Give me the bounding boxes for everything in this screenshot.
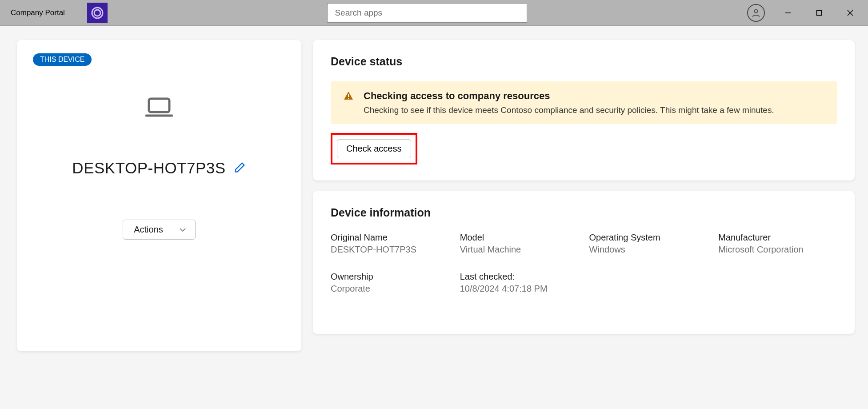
- person-icon: [751, 8, 761, 18]
- info-label: Operating System: [589, 233, 708, 243]
- svg-rect-9: [348, 94, 349, 97]
- check-access-highlight: Check access: [331, 133, 417, 164]
- search-input[interactable]: [327, 3, 527, 23]
- svg-point-2: [754, 9, 757, 12]
- svg-rect-7: [149, 99, 169, 112]
- info-value: Windows: [589, 245, 708, 255]
- content-area: THIS DEVICE DESKTOP-HOT7P3S Actions: [0, 26, 868, 365]
- info-value: Virtual Machine: [460, 245, 579, 255]
- info-field: Ownership Corporate: [331, 272, 449, 294]
- info-value: DESKTOP-HOT7P3S: [331, 245, 449, 255]
- info-value: 10/8/2024 4:07:18 PM: [460, 284, 579, 294]
- device-status-card: Device status Checking access to company…: [313, 40, 855, 180]
- titlebar: Company Portal: [0, 0, 868, 26]
- actions-dropdown[interactable]: Actions: [123, 220, 196, 240]
- info-value: Microsoft Corporation: [718, 245, 837, 255]
- info-label: Ownership: [331, 272, 449, 282]
- info-label: Manufacturer: [718, 233, 837, 243]
- info-field: Original Name DESKTOP-HOT7P3S: [331, 233, 449, 255]
- portal-logo-icon: [90, 6, 104, 20]
- svg-rect-4: [817, 10, 822, 15]
- this-device-badge: THIS DEVICE: [33, 53, 92, 66]
- app-title: Company Portal: [11, 8, 65, 17]
- laptop-icon: [145, 97, 173, 117]
- check-access-button[interactable]: Check access: [337, 139, 411, 158]
- warning-icon: [343, 90, 354, 103]
- minimize-button[interactable]: [780, 5, 796, 21]
- svg-point-1: [94, 10, 100, 16]
- close-button[interactable]: [842, 5, 858, 21]
- maximize-icon: [816, 10, 822, 16]
- close-icon: [847, 10, 853, 16]
- minimize-icon: [785, 10, 791, 16]
- info-label: Original Name: [331, 233, 449, 243]
- device-status-title: Device status: [331, 55, 837, 68]
- info-label: Last checked:: [460, 272, 579, 282]
- device-information-card: Device information Original Name DESKTOP…: [313, 191, 855, 334]
- rename-button[interactable]: [234, 161, 246, 175]
- chevron-down-icon: [179, 228, 186, 232]
- banner-title: Checking access to company resources: [364, 90, 774, 102]
- info-value: Corporate: [331, 284, 449, 294]
- device-information-title: Device information: [331, 206, 837, 219]
- maximize-button[interactable]: [811, 5, 827, 21]
- device-summary-card: THIS DEVICE DESKTOP-HOT7P3S Actions: [17, 40, 301, 351]
- banner-subtitle: Checking to see if this device meets Con…: [364, 105, 774, 115]
- actions-label: Actions: [134, 225, 163, 235]
- info-field: Operating System Windows: [589, 233, 708, 255]
- info-field: Model Virtual Machine: [460, 233, 579, 255]
- account-button[interactable]: [747, 4, 765, 22]
- svg-rect-10: [348, 98, 349, 99]
- app-logo: [87, 3, 108, 23]
- status-banner: Checking access to company resources Che…: [331, 81, 837, 124]
- pencil-icon: [234, 161, 246, 173]
- info-label: Model: [460, 233, 579, 243]
- info-field: Last checked: 10/8/2024 4:07:18 PM: [460, 272, 579, 294]
- info-field: Manufacturer Microsoft Corporation: [718, 233, 837, 255]
- device-name: DESKTOP-HOT7P3S: [72, 159, 225, 177]
